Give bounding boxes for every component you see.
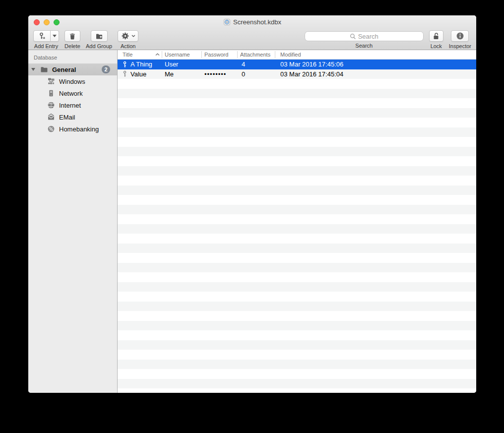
trash-icon <box>68 32 76 40</box>
action-label: Action <box>121 43 136 49</box>
table-row-empty[interactable] <box>118 388 476 393</box>
globe-icon <box>47 101 55 109</box>
add-group-button[interactable] <box>91 30 108 42</box>
add-entry-label: Add Entry <box>34 43 58 49</box>
entry-count-badge: 2 <box>102 65 110 73</box>
inspector-button[interactable] <box>451 30 469 42</box>
inspector-label: Inspector <box>449 43 471 49</box>
table-row-empty[interactable] <box>118 108 476 118</box>
toolbar-item-add-group: Add Group <box>86 30 112 49</box>
table-row-empty[interactable] <box>118 79 476 89</box>
table-row-empty[interactable] <box>118 89 476 99</box>
table-row-empty[interactable] <box>118 272 476 282</box>
table-row-empty[interactable] <box>118 234 476 244</box>
toolbar-item-add-entry: Add Entry <box>33 30 59 49</box>
cell-modified: 03 Mar 2016 17:45:06 <box>275 61 476 68</box>
add-entry-button[interactable] <box>33 30 51 42</box>
table-row-empty[interactable] <box>118 330 476 340</box>
disclosure-triangle-icon[interactable] <box>31 68 36 71</box>
table-row-empty[interactable] <box>118 244 476 253</box>
sidebar-item-network[interactable]: Network <box>28 87 117 99</box>
table-row-empty[interactable] <box>118 350 476 360</box>
table-row-empty[interactable] <box>118 118 476 127</box>
table-row-empty[interactable] <box>118 340 476 350</box>
folder-icon <box>40 65 48 73</box>
key-icon <box>122 61 127 68</box>
column-header-title[interactable]: Title <box>118 50 162 59</box>
sidebar-item-windows[interactable]: Windows <box>28 75 117 87</box>
column-header-attachments[interactable]: Attachments <box>238 50 275 59</box>
search-item-label: Search <box>355 43 373 49</box>
info-icon <box>456 32 464 40</box>
search-icon <box>350 33 356 40</box>
sidebar-item-label: Network <box>59 90 117 97</box>
table-row-empty[interactable] <box>118 311 476 321</box>
table-row-empty[interactable] <box>118 195 476 205</box>
table-row-empty[interactable] <box>118 282 476 292</box>
document-proxy-icon[interactable] <box>223 18 231 26</box>
column-header-password[interactable]: Password <box>202 50 238 59</box>
table-row-empty[interactable] <box>118 98 476 108</box>
entry-table: Title Username Password Attachments Modi… <box>118 50 476 393</box>
gear-icon <box>121 32 129 40</box>
dropdown-arrow-icon <box>53 35 57 37</box>
table-row-empty[interactable] <box>118 379 476 389</box>
table-row-empty[interactable] <box>118 137 476 147</box>
table-row-empty[interactable] <box>118 369 476 379</box>
table-row-empty[interactable] <box>118 321 476 331</box>
sidebar-item-label: Internet <box>59 102 117 109</box>
chevron-down-icon <box>131 35 135 37</box>
main-area: Database General2WindowsNetworkInternetE… <box>28 50 476 393</box>
titlebar[interactable]: Screenshot.kdbx <box>28 15 476 28</box>
cell-password: •••••••• <box>202 70 238 78</box>
table-row-empty[interactable] <box>118 360 476 370</box>
cell-title: A Thing <box>118 61 162 68</box>
server-icon <box>47 89 55 97</box>
cell-modified: 03 Mar 2016 17:45:04 <box>275 70 476 78</box>
sidebar-item-general[interactable]: General2 <box>28 63 117 75</box>
table-row-empty[interactable] <box>118 205 476 215</box>
sidebar-item-homebanking[interactable]: Homebanking <box>28 123 117 135</box>
sidebar-item-email[interactable]: EMail <box>28 111 117 123</box>
table-row[interactable]: ValueMe••••••••003 Mar 2016 17:45:04 <box>118 69 476 79</box>
column-label: Username <box>165 52 190 58</box>
table-row-empty[interactable] <box>118 186 476 195</box>
toolbar-item-action: Action <box>118 30 138 49</box>
add-entry-dropdown-button[interactable] <box>51 30 59 42</box>
table-row[interactable]: A ThingUser403 Mar 2016 17:45:06 <box>118 60 476 69</box>
search-placeholder: Search <box>358 33 378 40</box>
table-row-empty[interactable] <box>118 292 476 302</box>
table-row-empty[interactable] <box>118 214 476 224</box>
column-header-username[interactable]: Username <box>162 50 202 59</box>
column-label: Modified <box>280 52 301 58</box>
toolbar-item-delete: Delete <box>64 30 80 49</box>
lock-button[interactable] <box>429 30 443 42</box>
toolbar-item-inspector: Inspector <box>449 30 471 49</box>
title-wrap: Screenshot.kdbx <box>28 15 476 28</box>
table-body: A ThingUser403 Mar 2016 17:45:06ValueMe•… <box>118 60 476 393</box>
table-row-empty[interactable] <box>118 263 476 273</box>
sidebar-item-label: EMail <box>59 114 117 121</box>
table-row-empty[interactable] <box>118 127 476 137</box>
window-title: Screenshot.kdbx <box>233 18 281 26</box>
action-button[interactable] <box>118 30 138 42</box>
sidebar-item-internet[interactable]: Internet <box>28 99 117 111</box>
toolbar: Add Entry Delete Add Group <box>28 28 476 49</box>
table-row-empty[interactable] <box>118 147 476 157</box>
column-header-modified[interactable]: Modified <box>275 50 476 59</box>
table-row-empty[interactable] <box>118 253 476 263</box>
column-label: Attachments <box>240 52 270 58</box>
window-chrome: Screenshot.kdbx Add Entry <box>28 15 476 50</box>
key-icon <box>122 70 127 77</box>
table-row-empty[interactable] <box>118 224 476 234</box>
table-row-empty[interactable] <box>118 176 476 186</box>
add-group-label: Add Group <box>86 43 112 49</box>
table-row-empty[interactable] <box>118 156 476 166</box>
table-row-empty[interactable] <box>118 166 476 176</box>
search-input[interactable]: Search <box>305 31 424 41</box>
delete-label: Delete <box>64 43 80 49</box>
table-row-empty[interactable] <box>118 302 476 311</box>
cell-username: Me <box>162 70 202 78</box>
delete-button[interactable] <box>64 30 80 42</box>
percent-icon <box>47 125 55 133</box>
